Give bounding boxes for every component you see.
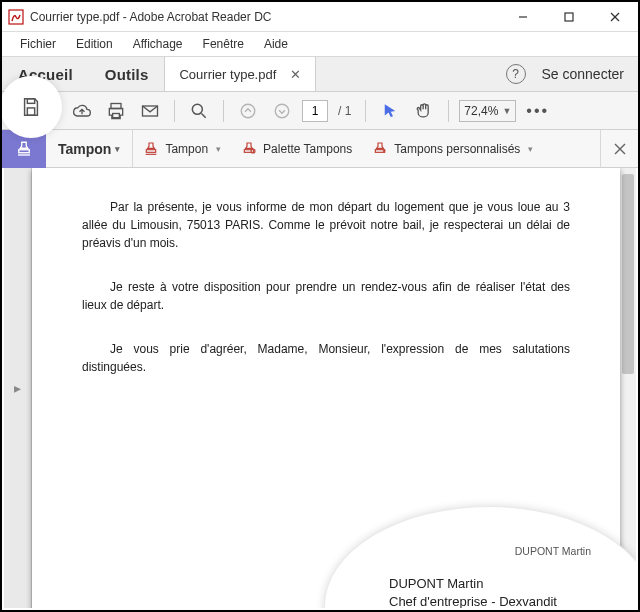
tab-tools[interactable]: Outils (89, 57, 166, 91)
callout-line-role: Chef d'entreprise - Dexvandit (389, 593, 566, 608)
svg-rect-6 (27, 108, 34, 115)
svg-rect-2 (565, 13, 573, 21)
svg-rect-7 (111, 103, 121, 108)
callout-line-name: DUPONT Martin (389, 575, 566, 593)
svg-rect-14 (19, 149, 30, 152)
svg-line-11 (202, 113, 206, 117)
highlight-save (0, 76, 62, 138)
titlebar: Courrier type.pdf - Adobe Acrobat Reader… (2, 2, 638, 32)
chevron-down-icon: ▾ (216, 144, 221, 154)
stamp-tool-label: Tampon (165, 142, 208, 156)
stamp-main-label: Tampon (58, 141, 111, 157)
chevron-down-icon: ▾ (115, 144, 120, 154)
cloud-upload-icon[interactable] (68, 97, 96, 125)
stampbar: Tampon ▾ Tampon ▾ Palette Tampons Tampon… (2, 130, 638, 168)
page-up-icon[interactable] (234, 97, 262, 125)
stamp-tool-label: Tampons personnalisés (394, 142, 520, 156)
callout-signature-name: DUPONT Martin (515, 545, 591, 557)
paragraph-2: Je reste à votre disposition pour prendr… (82, 278, 570, 314)
tab-document-label: Courrier type.pdf (179, 67, 276, 82)
document-viewport: ▸ ▴ ▾ Par la présente, je vous informe d… (4, 168, 636, 608)
paragraph-3: Je vous prie d'agréer, Madame, Monsieur,… (82, 340, 570, 376)
menu-fichier[interactable]: Fichier (12, 34, 64, 54)
chevron-down-icon: ▼ (502, 106, 511, 116)
page-total-label: / 1 (334, 104, 355, 118)
pdf-page[interactable]: Par la présente, je vous informe de mon … (32, 168, 620, 608)
svg-point-12 (241, 104, 255, 118)
tab-close-icon[interactable]: ✕ (290, 68, 301, 81)
svg-rect-8 (113, 113, 120, 117)
callout-ellipse: DUPONT Martin DUPONT Martin Chef d'entre… (324, 506, 636, 608)
chevron-down-icon: ▾ (528, 144, 533, 154)
menu-affichage[interactable]: Affichage (125, 34, 191, 54)
svg-rect-18 (244, 149, 253, 152)
separator (448, 100, 449, 122)
svg-point-13 (275, 104, 289, 118)
page-down-icon[interactable] (268, 97, 296, 125)
print-icon[interactable] (102, 97, 130, 125)
window-controls (500, 2, 638, 31)
menu-fenetre[interactable]: Fenêtre (195, 34, 252, 54)
separator (223, 100, 224, 122)
stamp-tool-label: Palette Tampons (263, 142, 352, 156)
navigation-pane-collapsed[interactable]: ▸ (4, 168, 32, 608)
scrollbar-vertical[interactable]: ▴ ▾ (620, 168, 636, 608)
toolbar: / 1 72,4% ▼ ••• (2, 92, 638, 130)
page-number-input[interactable] (302, 100, 328, 122)
svg-rect-16 (147, 149, 156, 152)
stamp-dropdown-main[interactable]: Tampon ▾ (46, 130, 133, 167)
minimize-button[interactable] (500, 2, 546, 32)
separator (365, 100, 366, 122)
stamp-tool-tampon[interactable]: Tampon ▾ (133, 130, 231, 167)
app-icon (8, 9, 24, 25)
more-tools-icon[interactable]: ••• (522, 102, 553, 120)
menubar: Fichier Edition Affichage Fenêtre Aide (2, 32, 638, 56)
zoom-value: 72,4% (464, 104, 498, 118)
search-icon[interactable] (185, 97, 213, 125)
close-button[interactable] (592, 2, 638, 32)
chevron-right-icon: ▸ (14, 380, 21, 396)
select-tool-icon[interactable] (376, 97, 404, 125)
callout-contact-block: DUPONT Martin Chef d'entreprise - Dexvan… (389, 575, 566, 608)
svg-point-10 (192, 104, 202, 114)
signin-link[interactable]: Se connecter (542, 66, 625, 82)
tabs-bar: Accueil Outils Courrier type.pdf ✕ ? Se … (2, 56, 638, 92)
svg-rect-5 (27, 99, 34, 104)
stamp-tool-custom[interactable]: Tampons personnalisés ▾ (362, 130, 543, 167)
stampbar-close-icon[interactable] (600, 130, 638, 168)
menu-edition[interactable]: Edition (68, 34, 121, 54)
save-icon[interactable] (16, 92, 46, 122)
help-icon[interactable]: ? (506, 64, 526, 84)
separator (174, 100, 175, 122)
window-title: Courrier type.pdf - Adobe Acrobat Reader… (30, 10, 500, 24)
tab-document[interactable]: Courrier type.pdf ✕ (165, 57, 316, 91)
paragraph-1: Par la présente, je vous informe de mon … (82, 198, 570, 252)
zoom-selector[interactable]: 72,4% ▼ (459, 100, 516, 122)
scroll-thumb[interactable] (622, 174, 634, 374)
email-icon[interactable] (136, 97, 164, 125)
maximize-button[interactable] (546, 2, 592, 32)
hand-tool-icon[interactable] (410, 97, 438, 125)
menu-aide[interactable]: Aide (256, 34, 296, 54)
stamp-tool-palette[interactable]: Palette Tampons (231, 130, 362, 167)
